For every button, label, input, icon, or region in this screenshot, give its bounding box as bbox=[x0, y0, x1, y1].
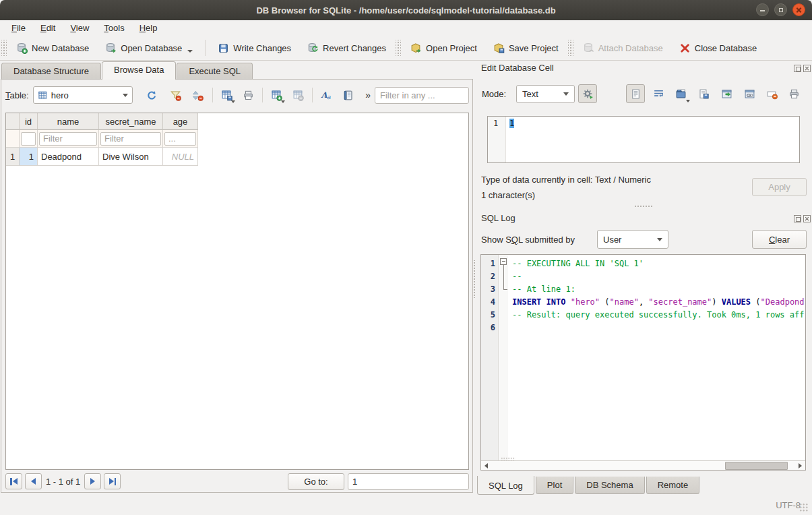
filter-input-secret-name[interactable] bbox=[100, 132, 161, 146]
next-page-button[interactable] bbox=[84, 473, 101, 489]
clear-log-button[interactable]: Clear bbox=[752, 230, 807, 249]
table-encoding-button[interactable] bbox=[339, 86, 358, 104]
close-button[interactable] bbox=[792, 3, 805, 16]
cell-editor[interactable]: 1 1 bbox=[487, 116, 800, 163]
cell-secret-name[interactable]: Dive Wilson bbox=[99, 148, 163, 166]
goto-button[interactable]: Go to: bbox=[288, 473, 344, 490]
column-header-secret-name[interactable]: secret_name bbox=[99, 113, 163, 130]
text-document-icon bbox=[630, 88, 642, 100]
table-selector[interactable]: hero bbox=[33, 86, 133, 104]
copy-link-button[interactable] bbox=[740, 84, 759, 103]
revert-changes-button[interactable]: Revert Changes bbox=[301, 39, 392, 57]
first-page-button[interactable] bbox=[5, 473, 22, 489]
sql-log-view[interactable]: 1 -- EXECUTING ALL IN 'SQL 1' 2 -- 3 -- … bbox=[480, 254, 806, 471]
close-dock-button[interactable] bbox=[803, 65, 811, 72]
scrollbar-thumb[interactable] bbox=[725, 462, 788, 470]
cell-age[interactable]: NULL bbox=[163, 148, 198, 166]
cell-editor-value[interactable]: 1 bbox=[509, 119, 514, 128]
close-database-button[interactable]: Close Database bbox=[673, 39, 763, 57]
toolbar-overflow-button[interactable]: » bbox=[365, 90, 371, 100]
scroll-left-button[interactable] bbox=[481, 461, 491, 471]
column-header-name[interactable]: name bbox=[38, 113, 99, 130]
tab-plot[interactable]: Plot bbox=[536, 477, 573, 494]
save-results-button[interactable] bbox=[218, 86, 237, 104]
menu-edit[interactable]: Edit bbox=[33, 22, 63, 34]
goto-input[interactable] bbox=[348, 473, 469, 490]
maximize-button[interactable] bbox=[774, 3, 787, 16]
export-cell-data-button[interactable] bbox=[694, 84, 713, 103]
toolbar-separator bbox=[205, 40, 206, 56]
dock-resize-grip[interactable] bbox=[501, 457, 516, 460]
menu-file[interactable]: File bbox=[4, 22, 33, 34]
column-header-id[interactable]: id bbox=[20, 113, 38, 130]
separator bbox=[312, 88, 313, 102]
menu-help[interactable]: Help bbox=[132, 22, 165, 34]
text-mode-button[interactable] bbox=[626, 84, 645, 103]
close-dock-button[interactable] bbox=[803, 215, 811, 222]
sql-submitter-selector[interactable]: User bbox=[597, 230, 668, 249]
svg-text:a: a bbox=[327, 92, 331, 100]
new-database-button[interactable]: New Database bbox=[10, 39, 95, 57]
set-null-button[interactable] bbox=[762, 84, 781, 103]
menu-tools[interactable]: Tools bbox=[96, 22, 131, 34]
tab-database-structure[interactable]: Database Structure bbox=[1, 63, 101, 80]
cell-id[interactable]: 1 bbox=[20, 148, 38, 166]
grid-corner[interactable] bbox=[6, 113, 20, 130]
toolbar-grip[interactable] bbox=[1, 40, 7, 56]
column-header-age[interactable]: age bbox=[163, 113, 198, 130]
font-settings-button[interactable]: A a bbox=[317, 86, 336, 104]
previous-page-button[interactable] bbox=[25, 473, 42, 489]
save-project-button[interactable]: Save Project bbox=[487, 39, 565, 57]
toolbar-grip[interactable] bbox=[568, 40, 573, 56]
apply-button: Apply bbox=[752, 178, 807, 196]
last-page-button[interactable] bbox=[104, 473, 121, 489]
insert-record-button[interactable] bbox=[268, 86, 286, 104]
browse-toolbar: Table: hero bbox=[5, 86, 469, 104]
mode-selector[interactable]: Text bbox=[516, 85, 575, 103]
chevron-down-icon bbox=[123, 94, 128, 97]
clear-sorting-button[interactable] bbox=[189, 86, 208, 104]
word-wrap-button[interactable] bbox=[649, 84, 668, 103]
chevron-down-icon bbox=[281, 100, 285, 103]
cell-name[interactable]: Deadpond bbox=[38, 148, 99, 166]
filter-input-age[interactable] bbox=[164, 132, 196, 146]
tab-sql-log[interactable]: SQL Log bbox=[477, 476, 534, 495]
line-number: 6 bbox=[481, 323, 495, 332]
horizontal-scrollbar[interactable] bbox=[481, 460, 805, 471]
clear-filters-button[interactable] bbox=[166, 86, 185, 104]
tab-browse-data[interactable]: Browse Data bbox=[102, 61, 176, 80]
filter-input-name[interactable] bbox=[39, 132, 97, 146]
delete-record-button[interactable] bbox=[288, 86, 307, 104]
print-cell-button[interactable] bbox=[784, 84, 803, 103]
titlebar[interactable]: DB Browser for SQLite - /home/user/code/… bbox=[0, 0, 812, 20]
tab-db-schema[interactable]: DB Schema bbox=[575, 477, 644, 494]
auto-switch-mode-button[interactable] bbox=[578, 84, 597, 103]
close-database-icon bbox=[679, 42, 691, 54]
separator bbox=[262, 88, 263, 102]
filter-any-input[interactable] bbox=[375, 87, 469, 104]
edit-cell-title: Edit Database Cell bbox=[481, 63, 554, 73]
open-project-button[interactable]: Open Project bbox=[404, 39, 483, 57]
float-dock-button[interactable] bbox=[794, 215, 801, 222]
open-database-button[interactable]: Open Database bbox=[99, 39, 199, 57]
scroll-right-button[interactable] bbox=[795, 461, 805, 471]
menu-view[interactable]: View bbox=[63, 22, 96, 34]
browse-data-pane: Table: hero bbox=[1, 79, 473, 493]
table-icon bbox=[38, 90, 48, 100]
dock-splitter-handle[interactable] bbox=[634, 204, 653, 208]
minimize-button[interactable] bbox=[756, 3, 769, 16]
tab-execute-sql[interactable]: Execute SQL bbox=[177, 63, 253, 80]
filter-input-id[interactable] bbox=[21, 132, 36, 146]
open-in-external-button[interactable] bbox=[717, 84, 736, 103]
import-cell-data-button[interactable] bbox=[671, 84, 690, 103]
write-changes-button[interactable]: Write Changes bbox=[212, 39, 297, 57]
window-resize-grip[interactable] bbox=[799, 503, 809, 512]
toolbar-grip[interactable] bbox=[396, 40, 401, 56]
row-header[interactable]: 1 bbox=[6, 148, 20, 166]
refresh-button[interactable] bbox=[142, 86, 161, 104]
tab-remote[interactable]: Remote bbox=[646, 477, 700, 494]
fold-collapse-icon[interactable] bbox=[500, 258, 507, 265]
table-selector-value: hero bbox=[51, 90, 69, 100]
print-button[interactable] bbox=[239, 86, 257, 104]
float-dock-button[interactable] bbox=[794, 65, 801, 72]
